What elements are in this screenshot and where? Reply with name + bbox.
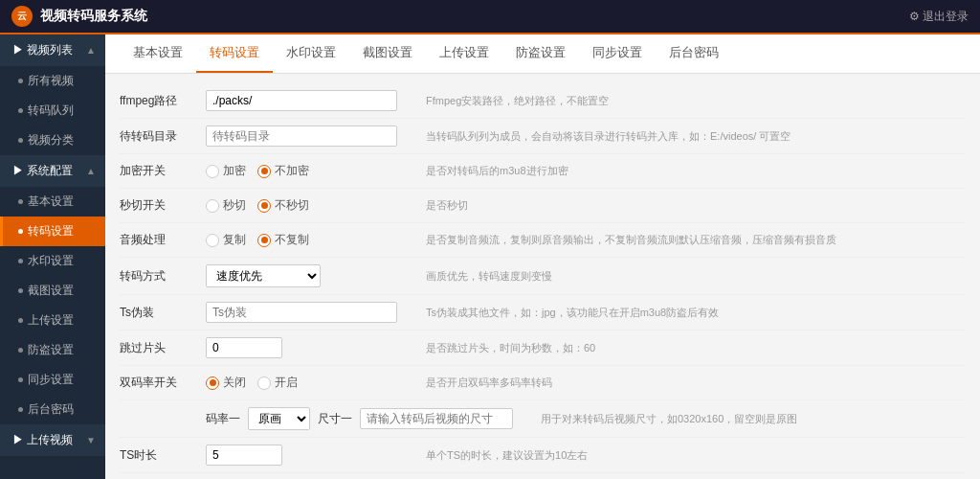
tab-screenshot[interactable]: 截图设置	[349, 34, 426, 73]
bullet-icon	[18, 348, 23, 353]
input-ts-duration[interactable]	[206, 445, 282, 466]
tab-transcode[interactable]: 转码设置	[196, 34, 273, 73]
bullet-icon	[18, 377, 23, 382]
form-row-multi-bitrate: 双码率开关 关闭 开启 是否开启双码率多码率转码	[120, 366, 966, 400]
sidebar-item-basic-settings[interactable]: 基本设置	[0, 187, 105, 217]
tab-upload[interactable]: 上传设置	[426, 34, 502, 73]
radio-encrypt-yes[interactable]: 加密	[206, 163, 246, 179]
bullet-icon	[18, 229, 23, 234]
radio-cut-no[interactable]: 不秒切	[257, 197, 309, 214]
input-skip-head[interactable]	[206, 337, 282, 358]
label-cut-switch: 秒切开关	[120, 197, 206, 214]
form-row-bitrate-size: 码率一 原画 尺寸一 用于对来转码后视频尺寸，如0320x160，留空则是原图	[120, 400, 966, 438]
sidebar-item-screenshot-settings[interactable]: 截图设置	[0, 276, 105, 306]
tab-anti-theft[interactable]: 防盗设置	[502, 34, 579, 73]
input-ts-pseudo[interactable]	[206, 302, 397, 323]
logo: 云 视频转码服务系统	[11, 6, 147, 27]
label-encrypt: 加密开关	[120, 163, 206, 179]
logo-icon: 云	[11, 6, 33, 27]
hint-multi-bitrate: 是否开启双码率多码率转码	[416, 376, 966, 390]
label-bitrate-one: 码率一	[206, 411, 240, 427]
radio-audio-no-copy[interactable]: 不复制	[257, 232, 309, 248]
value-ts-duration	[206, 445, 416, 466]
form-row-encrypt: 加密开关 加密 不加密 是否对转码后的m3u8进行加密	[120, 154, 966, 189]
header: 云 视频转码服务系统 ⚙ 退出登录	[0, 0, 980, 34]
form-content: ffmpeg路径 Ffmpeg安装路径，绝对路径，不能置空 待转码目录 当转码队…	[105, 74, 980, 479]
radio-circle-encrypt-yes	[206, 165, 219, 178]
hint-audio: 是否复制音频流，复制则原音频输出，不复制音频流则默认压缩音频，压缩音频有损音质	[416, 233, 966, 247]
sidebar-item-anti-theft-settings[interactable]: 防盗设置	[0, 335, 105, 365]
hint-ts-pseudo: Ts伪装成其他文件，如：jpg，该功能只在开启m3u8防盗后有效	[416, 306, 966, 320]
bullet-icon	[18, 288, 23, 293]
tab-basic[interactable]: 基本设置	[120, 34, 196, 73]
bullet-icon	[18, 79, 23, 83]
hint-bitrate-size: 用于对来转码后视频尺寸，如0320x160，留空则是原图	[531, 412, 966, 426]
sidebar-item-transcode-settings[interactable]: 转码设置	[0, 217, 105, 246]
value-transcode-dir	[206, 125, 416, 147]
radio-bitrate-on[interactable]: 开启	[257, 375, 298, 391]
form-row-audio: 音频处理 复制 不复制 是否复制音频流，复制则原音频输出，不复制音频流则默认压缩…	[120, 223, 966, 258]
select-transcode-mode[interactable]: 速度优先 质量优先 平衡	[206, 264, 321, 287]
select-bitrate-one[interactable]: 原画	[248, 407, 310, 430]
value-ffmpeg-path	[206, 90, 416, 111]
input-ffmpeg-path[interactable]	[206, 90, 397, 111]
radio-group-cut-switch: 秒切 不秒切	[206, 197, 416, 214]
sidebar-item-sync-settings[interactable]: 同步设置	[0, 365, 105, 395]
radio-group-encrypt: 加密 不加密	[206, 163, 416, 179]
value-bitrate-size: 码率一 原画 尺寸一	[206, 407, 531, 430]
radio-circle-encrypt-no	[257, 165, 271, 178]
radio-bitrate-off[interactable]: 关闭	[206, 375, 246, 391]
value-encrypt: 加密 不加密	[206, 163, 416, 179]
sidebar-section-upload-video[interactable]: ▶ 上传视频 ▼	[0, 424, 105, 456]
hint-cut-switch: 是否秒切	[416, 198, 966, 213]
bullet-icon	[18, 259, 23, 263]
chevron-icon: ▲	[86, 166, 96, 176]
header-title: 视频转码服务系统	[40, 8, 147, 25]
tab-sync[interactable]: 同步设置	[579, 34, 656, 73]
bullet-icon	[18, 199, 23, 204]
input-size-one[interactable]	[360, 408, 513, 429]
radio-circle-bitrate-on	[257, 376, 271, 390]
chevron-icon: ▲	[86, 45, 96, 56]
radio-audio-copy[interactable]: 复制	[206, 232, 246, 248]
layout: ▶ 视频列表 ▲ 所有视频 转码队列 视频分类 ▶ 系统配置 ▲ 基本设置 转码…	[0, 34, 980, 479]
hint-ts-duration: 单个TS的时长，建议设置为10左右	[416, 448, 966, 463]
radio-circle-cut-no	[257, 199, 271, 213]
form-row-skip-head: 跳过片头 是否跳过片头，时间为秒数，如：60	[120, 331, 966, 366]
tab-watermark[interactable]: 水印设置	[273, 34, 349, 73]
tab-backend-pwd[interactable]: 后台密码	[656, 34, 732, 73]
label-transcode-dir: 待转码目录	[120, 128, 206, 145]
hint-transcode-mode: 画质优先，转码速度则变慢	[416, 269, 966, 284]
value-cut-switch: 秒切 不秒切	[206, 197, 416, 214]
sidebar-section-system-config[interactable]: ▶ 系统配置 ▲	[0, 155, 105, 187]
sidebar-item-transcode-queue[interactable]: 转码队列	[0, 96, 105, 125]
input-transcode-dir[interactable]	[206, 125, 397, 147]
value-audio: 复制 不复制	[206, 232, 416, 248]
sidebar-item-video-category[interactable]: 视频分类	[0, 125, 105, 155]
tab-bar: 基本设置 转码设置 水印设置 截图设置 上传设置 防盗设置 同步设置 后台密码	[105, 34, 980, 74]
radio-cut-yes[interactable]: 秒切	[206, 197, 246, 214]
form-row-transcode-dir: 待转码目录 当转码队列列为成员，会自动将该目录进行转码并入库，如：E:/vide…	[120, 119, 966, 154]
sidebar-item-all-videos[interactable]: 所有视频	[0, 66, 105, 96]
logout-button[interactable]: ⚙ 退出登录	[909, 9, 969, 25]
main-content: 基本设置 转码设置 水印设置 截图设置 上传设置 防盗设置 同步设置 后台密码 …	[105, 34, 980, 479]
label-ffmpeg-path: ffmpeg路径	[120, 93, 206, 109]
form-row-ts-duration: TS时长 单个TS的时长，建议设置为10左右	[120, 438, 966, 473]
label-audio: 音频处理	[120, 232, 206, 248]
radio-encrypt-no[interactable]: 不加密	[257, 163, 309, 179]
label-ts-pseudo: Ts伪装	[120, 305, 206, 321]
label-skip-head: 跳过片头	[120, 340, 206, 356]
sidebar-item-backend-password[interactable]: 后台密码	[0, 395, 105, 424]
bullet-icon	[18, 407, 23, 412]
hint-encrypt: 是否对转码后的m3u8进行加密	[416, 164, 966, 178]
sidebar-item-watermark-settings[interactable]: 水印设置	[0, 246, 105, 276]
sidebar-item-upload-settings[interactable]: 上传设置	[0, 306, 105, 335]
value-skip-head	[206, 337, 416, 358]
sidebar: ▶ 视频列表 ▲ 所有视频 转码队列 视频分类 ▶ 系统配置 ▲ 基本设置 转码…	[0, 34, 105, 479]
bullet-icon	[18, 108, 23, 113]
hint-ffmpeg-path: Ffmpeg安装路径，绝对路径，不能置空	[416, 94, 966, 108]
form-row-cut-switch: 秒切开关 秒切 不秒切 是否秒切	[120, 189, 966, 223]
form-row-save-path: 保存路径 转码后m3u8保存的路径，绝对路径，不能置空	[120, 473, 966, 479]
sidebar-section-video-list[interactable]: ▶ 视频列表 ▲	[0, 34, 105, 66]
radio-group-multi-bitrate: 关闭 开启	[206, 375, 416, 391]
